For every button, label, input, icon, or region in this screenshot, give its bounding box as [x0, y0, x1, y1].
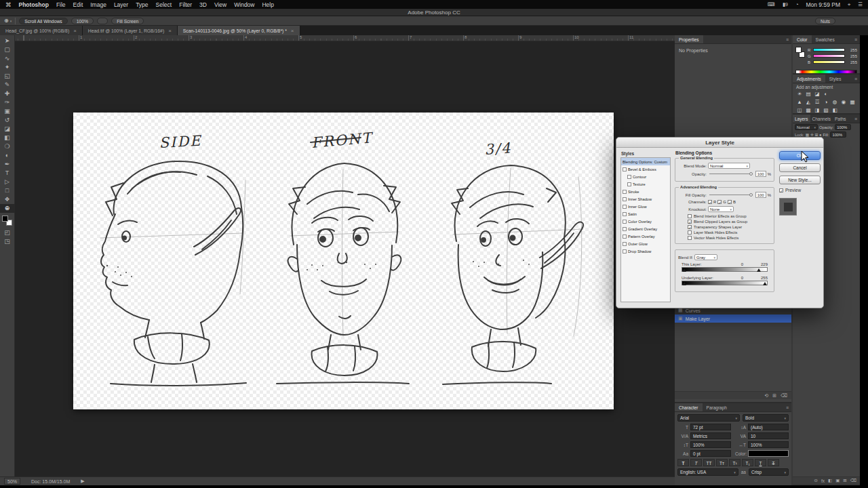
tab-paths[interactable]: Paths: [833, 115, 848, 123]
notification-center-icon[interactable]: ☰: [858, 1, 863, 7]
canvas-artboard[interactable]: SIDE FRONT 3/4: [73, 113, 614, 409]
vertical-scale-field[interactable]: 100%: [690, 441, 731, 448]
menu-select[interactable]: Select: [156, 1, 172, 8]
horizontal-ruler[interactable]: 1 2 3 4 5 6 7 8 9 10 11: [15, 35, 675, 41]
font-family-select[interactable]: Arial▾: [677, 414, 740, 422]
adjustment-channel-mixer-icon[interactable]: ◉: [840, 99, 847, 106]
layer-opacity-field[interactable]: 100%: [835, 124, 851, 130]
blend-clipped-layers-option[interactable]: ✓ Blend Clipped Layers as Group: [688, 220, 771, 224]
green-value[interactable]: 255: [847, 54, 857, 58]
panel-menu-icon[interactable]: ≡: [854, 75, 860, 83]
faux-bold-button[interactable]: T: [677, 459, 689, 466]
fit-screen-button[interactable]: [97, 18, 108, 24]
channel-r-checkbox[interactable]: ✓: [708, 200, 712, 204]
menu-photoshop[interactable]: Photoshop: [19, 1, 49, 8]
style-checkbox[interactable]: [623, 242, 627, 246]
pen-tool[interactable]: ✒: [0, 160, 15, 169]
blend-slider-marker[interactable]: [682, 282, 686, 285]
document-tab[interactable]: Head_CF.jpg @ 100% (RGB/8) ×: [0, 26, 83, 35]
channel-b-checkbox[interactable]: ✓: [728, 200, 732, 204]
adjustment-hue-saturation-icon[interactable]: ◭: [805, 99, 812, 106]
panel-menu-icon[interactable]: ≡: [786, 403, 791, 411]
link-layers-icon[interactable]: ⊙: [814, 478, 818, 483]
style-item-outer-glow[interactable]: Outer Glow: [621, 240, 670, 247]
menu-type[interactable]: Type: [136, 1, 148, 8]
menu-window[interactable]: Window: [234, 1, 254, 8]
opacity-slider[interactable]: [709, 174, 753, 174]
panel-menu-icon[interactable]: ≡: [854, 115, 860, 123]
document-tab[interactable]: Head.tif @ 100% (Layer 1, RGB/16#) ×: [83, 26, 178, 35]
ok-button[interactable]: OK: [779, 151, 821, 160]
brush-tool[interactable]: ✑: [0, 98, 15, 107]
apple-menu[interactable]: ⌘: [5, 1, 12, 8]
close-icon[interactable]: ×: [73, 28, 77, 34]
adjustment-invert-icon[interactable]: ◫: [796, 107, 803, 114]
baseline-shift-field[interactable]: 0 pt: [690, 450, 731, 457]
subscript-button[interactable]: T₁: [742, 459, 753, 466]
font-style-select[interactable]: Bold▾: [743, 414, 789, 422]
panel-menu-icon[interactable]: ≡: [854, 35, 860, 43]
style-item-texture[interactable]: Texture: [621, 180, 670, 188]
green-slider[interactable]: [813, 54, 845, 58]
style-checkbox[interactable]: [623, 227, 627, 231]
style-item-satin[interactable]: Satin: [621, 210, 670, 218]
new-layer-icon[interactable]: ⊞: [843, 478, 846, 483]
delete-state-icon[interactable]: ⌫: [781, 393, 787, 399]
adjustment-photo-filter-icon[interactable]: ◍: [831, 99, 838, 106]
knockout-select[interactable]: None▾: [708, 206, 734, 212]
blend-interior-effects-option[interactable]: Blend Interior Effects as Group: [688, 214, 771, 218]
adjustment-selective-color-icon[interactable]: ◧: [831, 107, 838, 114]
superscript-button[interactable]: T¹: [729, 459, 741, 466]
tab-adjustments[interactable]: Adjustments: [793, 75, 825, 83]
battery-icon[interactable]: ▮9: [783, 1, 788, 7]
tab-swatches[interactable]: Swatches: [812, 35, 839, 43]
canvas-pasteboard[interactable]: SIDE FRONT 3/4: [15, 41, 675, 476]
font-size-field[interactable]: 72 pt: [690, 424, 731, 430]
style-checkbox[interactable]: [627, 175, 631, 179]
style-item-stroke[interactable]: Stroke: [621, 188, 670, 195]
blue-slider[interactable]: [813, 60, 845, 64]
keyboard-icon[interactable]: ⌨: [768, 1, 775, 7]
time-machine-icon[interactable]: ◔: [795, 1, 799, 7]
adjustment-curves-icon[interactable]: ◪: [814, 91, 821, 98]
checkbox[interactable]: [688, 230, 692, 235]
preview-checkbox[interactable]: ✓: [779, 188, 783, 192]
type-tool[interactable]: T: [0, 169, 15, 178]
strikethrough-button[interactable]: T: [768, 459, 779, 466]
style-checkbox[interactable]: [623, 167, 627, 171]
leading-field[interactable]: (Auto): [748, 424, 789, 430]
quick-mask-icon[interactable]: ◰: [0, 228, 15, 237]
layer-effects-icon[interactable]: fx: [821, 479, 825, 483]
style-checkbox[interactable]: [623, 190, 627, 194]
adjustment-color-balance-icon[interactable]: ☲: [814, 99, 821, 106]
lasso-tool[interactable]: ∿: [0, 54, 15, 63]
style-checkbox[interactable]: [623, 212, 627, 216]
menu-3d[interactable]: 3D: [199, 1, 207, 8]
gradient-tool[interactable]: ◧: [0, 134, 15, 142]
panel-menu-icon[interactable]: ≡: [786, 35, 791, 43]
style-item-drop-shadow[interactable]: Drop Shadow: [621, 247, 670, 255]
style-checkbox[interactable]: [627, 182, 631, 186]
kerning-field[interactable]: Metrics: [690, 432, 731, 439]
hand-tool[interactable]: ❖: [0, 195, 15, 204]
adjustment-posterize-icon[interactable]: ▩: [805, 107, 812, 114]
style-item-inner-shadow[interactable]: Inner Shadow: [621, 195, 670, 203]
workspace-switcher-button[interactable]: Nuts: [815, 18, 835, 24]
red-slider[interactable]: [813, 48, 845, 52]
adjustment-threshold-icon[interactable]: ◨: [814, 107, 821, 114]
slider-knob[interactable]: [749, 172, 753, 176]
tab-layers[interactable]: Layers: [793, 115, 810, 123]
eraser-tool[interactable]: ◪: [0, 125, 15, 134]
adjustment-levels-icon[interactable]: ▤: [805, 91, 812, 98]
screen-mode-icon[interactable]: ◳: [0, 237, 15, 246]
underline-button[interactable]: T: [755, 459, 766, 466]
scroll-all-windows-button[interactable]: Scroll All Windows: [19, 18, 68, 24]
fill-screen-button[interactable]: Fill Screen: [111, 18, 144, 24]
faux-italic-button[interactable]: T: [690, 459, 702, 466]
fill-opacity-value-field[interactable]: 100: [755, 192, 766, 198]
blend-mode-select[interactable]: Normal▾: [708, 163, 750, 169]
layer-mask-icon[interactable]: ◧: [828, 478, 832, 483]
checkbox[interactable]: [688, 236, 692, 240]
zoom-tool-preset-icon[interactable]: ⊕▾: [4, 18, 12, 24]
spot-healing-brush-tool[interactable]: ✚: [0, 89, 15, 98]
